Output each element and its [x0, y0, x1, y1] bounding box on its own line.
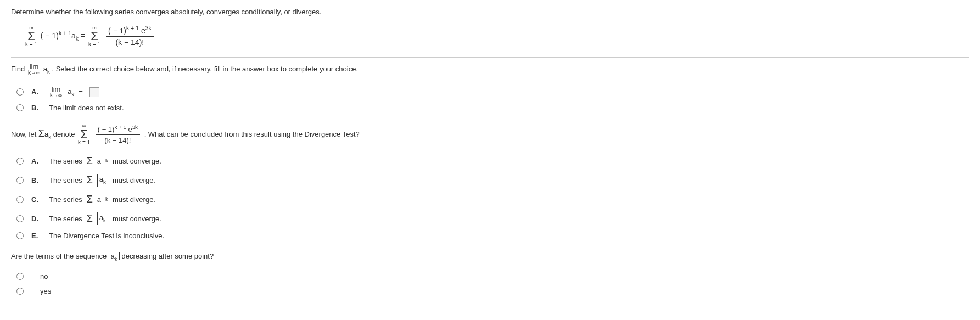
- q2-option-c[interactable]: C. The series Σak must diverge.: [16, 192, 969, 207]
- q3-label-yes: yes: [40, 286, 51, 297]
- q3-option-yes[interactable]: yes: [16, 286, 969, 297]
- q2-radio-e[interactable]: [16, 232, 24, 239]
- q2-option-e[interactable]: E. The Divergence Test is inconclusive.: [16, 231, 969, 242]
- q2-radio-a[interactable]: [16, 158, 24, 165]
- sigma-left: ∞ Σ k = 1: [25, 25, 37, 47]
- q2-option-a[interactable]: A. The series Σak must converge.: [16, 154, 969, 169]
- limit-expr: lim k→∞: [28, 63, 40, 76]
- q1-option-b[interactable]: B. The limit does not exist.: [16, 103, 969, 114]
- q2-option-d[interactable]: D. The series Σ ak must converge.: [16, 211, 969, 226]
- limit-answer-input[interactable]: [89, 87, 99, 97]
- problem-statement: Determine whether the following series c…: [11, 7, 969, 18]
- q3-option-no[interactable]: no: [16, 271, 969, 282]
- fraction: ( − 1)k + 1 e3k (k − 14)!: [106, 24, 154, 49]
- q3-radio-yes[interactable]: [16, 288, 24, 295]
- q3-radio-no[interactable]: [16, 273, 24, 280]
- divider: [11, 57, 969, 58]
- sigma-right: ∞ Σ k = 1: [88, 25, 100, 47]
- series-formula: ∞ Σ k = 1 ( − 1)k + 1ak = ∞ Σ k = 1 ( − …: [24, 24, 969, 49]
- q2-radio-c[interactable]: [16, 196, 24, 203]
- term-left: ( − 1)k + 1ak: [41, 31, 81, 40]
- statement-text: Determine whether the following series c…: [11, 8, 321, 16]
- q3-prompt: Are the terms of the sequence ak decreas…: [11, 251, 969, 263]
- q2-radio-d[interactable]: [16, 215, 24, 222]
- q3-label-no: no: [40, 271, 48, 282]
- q1-radio-b[interactable]: [16, 104, 24, 111]
- q2-option-b[interactable]: B. The series Σ ak must diverge.: [16, 173, 969, 188]
- q1-option-a[interactable]: A. lim k→∞ ak =: [16, 86, 969, 98]
- q1-label-a: A.: [31, 87, 41, 98]
- q1-prompt: Find lim k→∞ ak . Select the correct cho…: [11, 63, 969, 76]
- q2-prompt: Now, let Σak denote ∞ Σ k = 1 ( − 1)k + …: [11, 123, 969, 146]
- q2-radio-b[interactable]: [16, 177, 24, 184]
- q1-radio-a[interactable]: [16, 88, 24, 96]
- q1-text-b: The limit does not exist.: [49, 103, 124, 114]
- q1-label-b: B.: [31, 103, 41, 114]
